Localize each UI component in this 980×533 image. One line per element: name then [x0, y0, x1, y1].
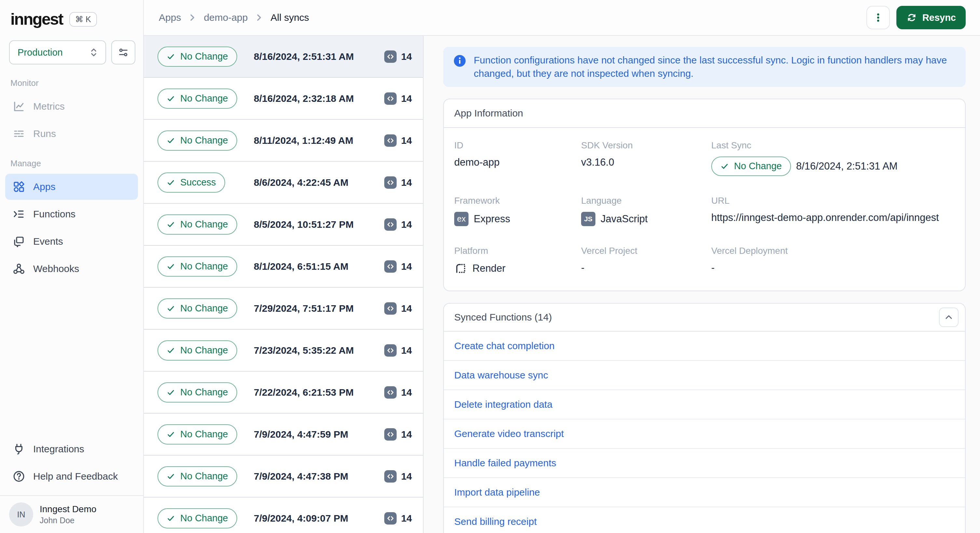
check-icon — [167, 136, 175, 145]
sync-row[interactable]: No Change 7/9/2024, 4:47:38 PM 14 — [144, 455, 423, 498]
user-menu[interactable]: IN Inngest Demo John Doe — [0, 495, 143, 533]
sync-date: 8/6/2024, 4:22:45 AM — [254, 177, 384, 188]
check-icon — [167, 472, 175, 480]
nav-section-manage: Manage — [0, 147, 143, 173]
field-id: ID demo-app — [454, 140, 581, 176]
breadcrumb-demo-app[interactable]: demo-app — [204, 12, 248, 23]
check-icon — [721, 162, 729, 170]
sync-date: 7/9/2024, 4:47:59 PM — [254, 429, 384, 440]
sync-row[interactable]: No Change 8/5/2024, 10:51:27 PM 14 — [144, 204, 423, 246]
sync-row[interactable]: No Change 7/22/2024, 6:21:53 PM 14 — [144, 372, 423, 414]
command-k-shortcut[interactable]: ⌘ K — [69, 12, 97, 27]
function-count: 14 — [384, 134, 412, 147]
sync-row[interactable]: No Change 8/16/2024, 2:51:31 AM 14 — [144, 36, 423, 78]
status-badge: No Change — [158, 89, 237, 109]
sync-row[interactable]: No Change 8/16/2024, 2:32:18 AM 14 — [144, 78, 423, 120]
environment-selector[interactable]: Production — [9, 40, 106, 64]
status-badge: No Change — [158, 130, 237, 151]
field-value: ex Express — [454, 212, 581, 226]
sync-list: No Change 8/16/2024, 2:51:31 AM 14 No Ch… — [144, 36, 424, 533]
more-options-button[interactable] — [867, 6, 890, 29]
status-badge: No Change — [158, 256, 237, 277]
field-label: Language — [581, 196, 711, 206]
check-icon — [167, 178, 175, 187]
code-icon — [384, 134, 397, 147]
panel-title: App Information — [454, 108, 523, 119]
sidebar-item-functions[interactable]: Functions — [5, 201, 138, 227]
function-link[interactable]: Create chat completion — [454, 340, 555, 352]
sync-row[interactable]: Success 8/6/2024, 4:22:45 AM 14 — [144, 162, 423, 204]
resync-label: Resync — [923, 13, 956, 23]
info-icon — [453, 55, 466, 67]
environment-settings-button[interactable] — [111, 40, 135, 64]
sidebar-item-webhooks[interactable]: Webhooks — [5, 256, 138, 282]
sidebar-item-help[interactable]: Help and Feedback — [5, 463, 138, 489]
events-icon — [12, 235, 25, 248]
field-value: - — [711, 262, 955, 274]
function-link[interactable]: Send billing receipt — [454, 516, 537, 527]
field-label: ID — [454, 140, 581, 151]
sync-row[interactable]: No Change 7/29/2024, 7:51:17 PM 14 — [144, 288, 423, 329]
function-row: Import data pipeline — [444, 478, 965, 507]
app-information-grid: ID demo-app SDK Version v3.16.0 Last Syn… — [444, 128, 965, 291]
field-value: No Change 8/16/2024, 2:51:31 AM — [711, 156, 955, 176]
apps-grid-icon — [12, 180, 25, 193]
function-link[interactable]: Data warehouse sync — [454, 370, 548, 381]
code-icon — [384, 302, 397, 315]
function-link[interactable]: Import data pipeline — [454, 487, 540, 498]
status-badge: No Change — [158, 215, 237, 235]
resync-button[interactable]: Resync — [896, 6, 966, 29]
sliders-icon — [117, 46, 129, 59]
render-icon — [454, 262, 467, 275]
app-root: inngest ⌘ K Production Monitor Metrics — [0, 0, 980, 533]
status-badge: No Change — [711, 156, 791, 176]
function-row: Generate video transcript — [444, 419, 965, 449]
collapse-panel-button[interactable] — [939, 307, 959, 327]
plug-icon — [12, 442, 25, 455]
sidebar-item-label: Apps — [33, 181, 55, 192]
field-label: URL — [711, 196, 955, 206]
sidebar-item-runs[interactable]: Runs — [5, 121, 138, 147]
status-badge: No Change — [158, 382, 237, 403]
sync-row[interactable]: No Change 7/23/2024, 5:35:22 AM 14 — [144, 329, 423, 372]
functions-icon — [12, 208, 25, 221]
chevron-right-icon — [188, 13, 197, 22]
function-count: 14 — [384, 386, 412, 399]
field-value: Render — [454, 262, 581, 275]
sync-date: 8/11/2024, 1:12:49 AM — [254, 135, 384, 146]
field-vercel-deployment: Vercel Deployment - — [711, 246, 955, 275]
function-count: 14 — [384, 260, 412, 273]
check-icon — [167, 262, 175, 271]
field-language: Language JS JavaScript — [581, 196, 711, 226]
sync-row[interactable]: No Change 8/1/2024, 6:51:15 AM 14 — [144, 246, 423, 288]
code-icon — [384, 260, 397, 273]
field-label: Last Sync — [711, 140, 955, 151]
sync-detail: Function configurations have not changed… — [424, 36, 980, 533]
code-icon — [384, 386, 397, 399]
sidebar-item-events[interactable]: Events — [5, 228, 138, 255]
sidebar-item-metrics[interactable]: Metrics — [5, 93, 138, 119]
sync-row[interactable]: No Change 7/9/2024, 4:09:07 PM 14 — [144, 498, 423, 533]
function-count: 14 — [384, 92, 412, 105]
sync-row[interactable]: No Change 8/11/2024, 1:12:49 AM 14 — [144, 120, 423, 162]
app-information-header: App Information — [444, 99, 965, 128]
check-icon — [167, 388, 175, 397]
breadcrumb: Apps demo-app All syncs — [159, 12, 309, 23]
code-icon — [384, 51, 397, 63]
function-row: Send billing receipt — [444, 507, 965, 533]
function-link[interactable]: Handle failed payments — [454, 458, 556, 469]
breadcrumb-apps[interactable]: Apps — [159, 12, 181, 23]
topbar-actions: Resync — [867, 6, 966, 29]
sync-date: 7/29/2024, 7:51:17 PM — [254, 303, 384, 314]
sync-date: 8/5/2024, 10:51:27 PM — [254, 219, 384, 230]
sidebar-item-label: Metrics — [33, 101, 65, 112]
sidebar-item-apps[interactable]: Apps — [5, 174, 138, 200]
code-icon — [384, 512, 397, 525]
function-link[interactable]: Generate video transcript — [454, 428, 564, 439]
status-badge: No Change — [158, 508, 237, 528]
function-link[interactable]: Delete integration data — [454, 399, 552, 410]
sidebar-item-integrations[interactable]: Integrations — [5, 436, 138, 462]
sync-row[interactable]: No Change 7/9/2024, 4:47:59 PM 14 — [144, 414, 423, 455]
sidebar-item-label: Integrations — [33, 444, 84, 455]
logo-row: inngest ⌘ K — [0, 0, 143, 34]
